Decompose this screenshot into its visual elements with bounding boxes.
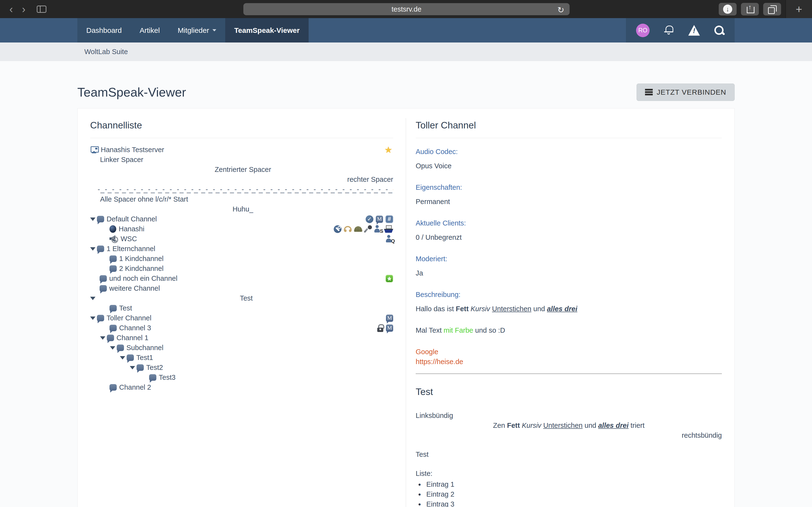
collapse-arrow-icon[interactable]	[120, 356, 125, 359]
collapse-arrow-icon[interactable]	[90, 218, 95, 221]
tree-row-label: Channel 1	[116, 334, 148, 342]
tree-row-label: Hanashi	[119, 225, 144, 233]
search-icon[interactable]	[714, 25, 724, 36]
collapse-arrow-icon[interactable]	[110, 346, 115, 350]
bubble-icon	[109, 256, 117, 262]
spacer-row: Test	[90, 293, 393, 303]
right-aligned-text: rechtsbündig	[416, 431, 722, 440]
headset-icon	[344, 226, 352, 232]
channel-row[interactable]: Subchannel	[90, 343, 393, 353]
notifications-bell-icon[interactable]	[664, 25, 674, 36]
avatar[interactable]: RO	[636, 24, 650, 37]
site-nav: Dashboard Artikel Mitglieder TeamSpeak-V…	[0, 18, 812, 43]
forward-icon[interactable]	[17, 1, 30, 18]
asterisk-icon	[386, 275, 393, 282]
client-row[interactable]: Hanashi	[90, 224, 393, 234]
tree-row-label: Test	[119, 304, 132, 312]
new-tab-button[interactable]	[785, 0, 812, 18]
moderated-icon	[386, 315, 393, 322]
description-label: Beschreibung:	[416, 291, 722, 299]
row-badges	[386, 315, 393, 322]
nav-tab-teamspeak-viewer[interactable]: TeamSpeak-Viewer	[225, 18, 309, 43]
tree-row-label: Zentrierter Spacer	[93, 166, 393, 174]
share-button[interactable]	[741, 3, 759, 15]
channel-row[interactable]: 2 Kindchannel	[90, 264, 393, 274]
list-item: Eintrag 3	[416, 499, 722, 507]
collapse-arrow-icon[interactable]	[90, 317, 95, 320]
channel-row[interactable]: und noch ein Channel	[90, 274, 393, 283]
list-item: Eintrag 1	[416, 480, 722, 489]
downloads-button[interactable]	[719, 3, 737, 15]
channel-row[interactable]: Channel 3	[90, 323, 393, 333]
bubble-icon	[97, 216, 104, 222]
row-badges	[385, 146, 393, 154]
tree-row-label: Test1	[136, 354, 153, 362]
spacer-row: Alle Spacer ohne l/c/r/* Start	[90, 194, 393, 204]
channel-list-heading: Channelliste	[90, 120, 393, 138]
browser-toolbar: testsrv.de	[0, 0, 812, 18]
collapse-arrow-icon[interactable]	[130, 366, 135, 370]
channel-row[interactable]: weitere Channel	[90, 283, 393, 293]
row-badges	[386, 275, 393, 282]
channel-list-column: Channelliste Hanashis TestserverLinker S…	[78, 108, 406, 507]
tree-row-label: weitere Channel	[109, 284, 160, 292]
tree-row-label: Channel 3	[119, 324, 151, 332]
client-row[interactable]: WSC	[90, 234, 393, 244]
row-badges	[334, 225, 393, 233]
channel-row[interactable]: Test1	[90, 353, 393, 362]
tree-row-label: und noch ein Channel	[109, 275, 177, 282]
breadcrumb-bar: WoltLab Suite	[0, 43, 812, 61]
channel-row[interactable]: 1 Kindchannel	[90, 254, 393, 264]
link-google[interactable]: Google	[416, 347, 722, 357]
nav-tab-dashboard[interactable]: Dashboard	[77, 18, 131, 43]
breadcrumb[interactable]: WoltLab Suite	[84, 48, 128, 56]
channel-row[interactable]: Test3	[90, 373, 393, 382]
reload-icon[interactable]	[558, 5, 564, 15]
tree-row-label: Alle Spacer ohne l/c/r/* Start	[100, 195, 188, 203]
nav-tabstrip: Dashboard Artikel Mitglieder TeamSpeak-V…	[77, 18, 309, 43]
collapse-arrow-icon[interactable]	[90, 247, 95, 250]
tree-row-label: rechter Spacer	[93, 175, 393, 183]
nav-tab-mitglieder[interactable]: Mitglieder	[169, 18, 225, 43]
tree-row-label: Default Channel	[107, 215, 157, 223]
bubble-icon	[97, 315, 104, 321]
tree-row-label: Test	[99, 294, 393, 302]
collapse-arrow-icon[interactable]	[100, 336, 105, 340]
chevron-down-icon	[212, 29, 216, 32]
channel-row[interactable]: Toller Channel	[90, 313, 393, 323]
channel-row[interactable]: Channel 2	[90, 382, 393, 392]
field-label: Aktuelle Clients:	[416, 219, 722, 227]
row-badges	[386, 235, 393, 243]
field-value: Opus Voice	[416, 161, 722, 171]
tree-row-label: 1 Kindchannel	[119, 255, 164, 263]
sidebar-toggle-icon[interactable]	[37, 6, 46, 13]
tab-overview-button[interactable]	[763, 3, 781, 15]
tree-row-label: 1 Elternchannel	[107, 245, 155, 253]
server-row[interactable]: Hanashis Testserver	[90, 145, 393, 155]
bubble-icon	[107, 335, 114, 341]
channel-row[interactable]: Default Channel	[90, 214, 393, 224]
server-icon	[645, 89, 653, 96]
column-divider	[406, 118, 406, 507]
default-channel-icon	[386, 215, 393, 223]
tree-row-label: Channel 2	[119, 383, 151, 391]
bubble-icon	[117, 344, 124, 351]
center-aligned-text: Zen Fett Kursiv Unterstichen und alles d…	[416, 420, 722, 431]
link-heise[interactable]: https://heise.de	[416, 357, 722, 367]
channel-description: Hallo das ist Fett Kursiv Unterstichen u…	[416, 304, 722, 367]
nav-tab-artikel[interactable]: Artikel	[131, 18, 169, 43]
address-bar[interactable]: testsrv.de	[243, 3, 570, 15]
tree-row-label: Test2	[146, 363, 163, 372]
channel-row[interactable]: Channel 1	[90, 333, 393, 343]
channel-row[interactable]: Test2	[90, 362, 393, 373]
bubble-icon	[109, 384, 117, 391]
player-icon	[109, 225, 116, 233]
collapse-arrow-icon[interactable]	[90, 297, 95, 300]
channel-row[interactable]: 1 Elternchannel	[90, 244, 393, 254]
channel-row[interactable]: Test	[90, 303, 393, 313]
row-badges	[366, 215, 393, 223]
warning-icon[interactable]	[688, 25, 700, 36]
back-icon[interactable]	[5, 1, 17, 18]
bubble-icon	[109, 265, 117, 272]
connect-now-button[interactable]: JETZT VERBINDEN	[637, 83, 735, 101]
